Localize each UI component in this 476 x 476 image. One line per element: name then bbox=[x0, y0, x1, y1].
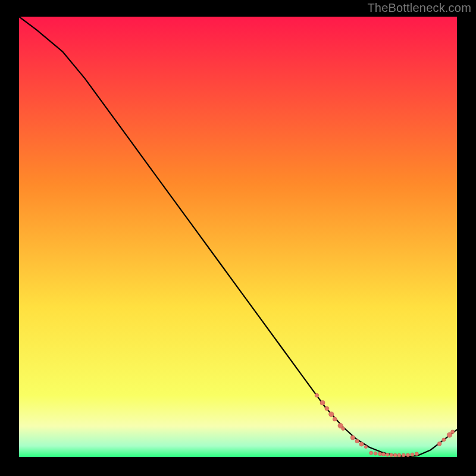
data-marker bbox=[386, 453, 389, 456]
data-marker bbox=[402, 453, 405, 457]
data-marker bbox=[397, 453, 401, 457]
chart-frame: TheBottleneck.com bbox=[0, 0, 476, 476]
plot-area bbox=[19, 17, 457, 457]
data-marker bbox=[451, 430, 455, 434]
data-marker bbox=[359, 442, 364, 446]
data-marker bbox=[393, 453, 397, 457]
data-marker bbox=[325, 406, 329, 411]
data-marker bbox=[369, 451, 373, 455]
data-marker bbox=[355, 439, 359, 443]
chart-svg bbox=[19, 17, 457, 457]
gradient-background bbox=[19, 17, 457, 457]
data-marker bbox=[437, 441, 441, 446]
watermark-text: TheBottleneck.com bbox=[367, 1, 471, 15]
data-marker bbox=[333, 417, 337, 421]
data-marker bbox=[364, 445, 367, 448]
data-marker bbox=[315, 393, 318, 397]
data-marker bbox=[350, 436, 355, 440]
data-marker bbox=[329, 412, 334, 416]
data-marker bbox=[411, 453, 414, 456]
data-marker bbox=[442, 438, 446, 441]
data-marker bbox=[415, 452, 418, 456]
data-marker bbox=[390, 453, 393, 457]
data-marker bbox=[378, 452, 382, 456]
data-marker bbox=[320, 400, 325, 405]
data-marker bbox=[406, 453, 410, 457]
data-marker bbox=[342, 427, 345, 431]
data-marker bbox=[381, 453, 385, 456]
data-marker bbox=[374, 452, 377, 455]
